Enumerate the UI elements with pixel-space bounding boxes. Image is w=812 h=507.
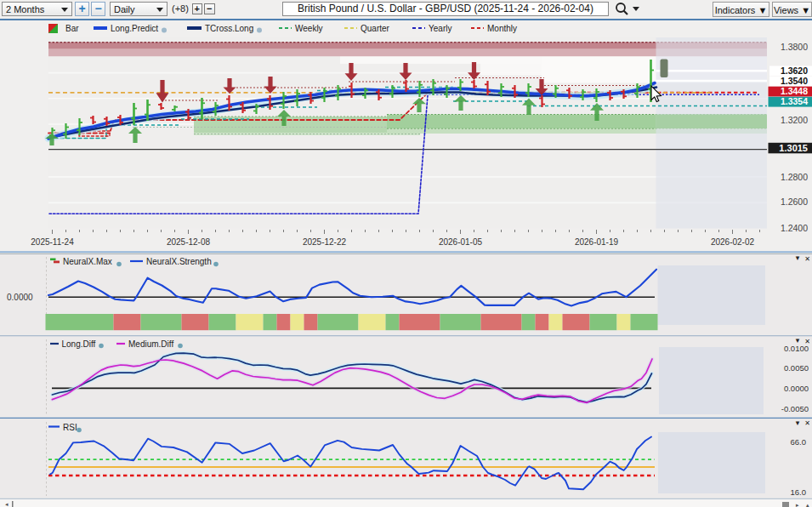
svg-text:✕: ✕ (804, 338, 810, 345)
svg-text:▸: ▸ (796, 502, 799, 507)
svg-text:RSI: RSI (63, 423, 77, 432)
svg-text:1.2400: 1.2400 (781, 223, 808, 233)
svg-text:▴: ▴ (806, 502, 809, 507)
svg-text:1.3448: 1.3448 (781, 86, 808, 96)
svg-text:NeuralX.Strength: NeuralX.Strength (146, 257, 212, 266)
svg-text:◂: ◂ (5, 501, 9, 507)
svg-text:Weekly: Weekly (295, 24, 323, 33)
svg-text:1.3800: 1.3800 (781, 42, 808, 52)
svg-text:0.0050: 0.0050 (784, 363, 809, 373)
svg-text:2026-02-02: 2026-02-02 (711, 237, 755, 247)
svg-text:1.2800: 1.2800 (781, 172, 808, 182)
svg-text:1.3540: 1.3540 (781, 76, 808, 86)
svg-text:1.3620: 1.3620 (781, 66, 808, 76)
svg-text:Monthly: Monthly (487, 24, 517, 33)
svg-text:Long.Predict: Long.Predict (111, 24, 158, 33)
svg-text:2026-01-19: 2026-01-19 (575, 237, 619, 247)
svg-text:2026-01-05: 2026-01-05 (439, 237, 483, 247)
svg-text:1.2600: 1.2600 (781, 197, 808, 207)
svg-text:16.0: 16.0 (791, 487, 807, 497)
svg-text:NeuralX.Max: NeuralX.Max (63, 257, 112, 266)
svg-text:Yearly: Yearly (429, 24, 451, 33)
svg-text:2025-11-24: 2025-11-24 (31, 237, 74, 247)
svg-text:1.3015: 1.3015 (779, 143, 808, 153)
svg-text:Medium.Diff: Medium.Diff (128, 339, 173, 349)
svg-text:Long.Diff: Long.Diff (62, 339, 96, 349)
svg-text:Bar: Bar (65, 24, 79, 33)
svg-text:66.0: 66.0 (791, 437, 807, 447)
svg-text:1.3354: 1.3354 (781, 96, 808, 106)
svg-text:▾: ▾ (796, 254, 800, 262)
svg-text:TCross.Long: TCross.Long (205, 24, 253, 33)
svg-text:✕: ✕ (804, 255, 810, 263)
svg-text:▾: ▾ (796, 336, 800, 345)
svg-text:-0.0050: -0.0050 (781, 404, 809, 413)
svg-text:0.0000: 0.0000 (7, 293, 33, 302)
svg-text:2025-12-08: 2025-12-08 (167, 237, 211, 247)
svg-text:1.3200: 1.3200 (781, 115, 808, 125)
svg-text:2025-12-22: 2025-12-22 (303, 237, 347, 247)
svg-text:0.0000: 0.0000 (784, 384, 809, 393)
svg-text:✕: ✕ (804, 419, 810, 427)
svg-text:Quarter: Quarter (361, 24, 390, 33)
svg-text:▾: ▾ (796, 419, 800, 427)
